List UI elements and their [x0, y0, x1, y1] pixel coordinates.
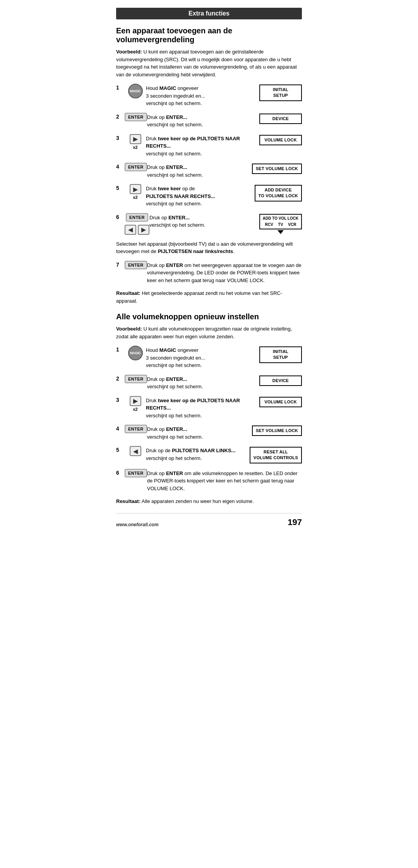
s2-step-1-icon: MAGIC [125, 346, 146, 360]
arrow-left-icon: ◀ [125, 225, 136, 235]
step-1-display: INITIALSETUP [252, 84, 302, 101]
section2-intro: Voorbeeld: U kunt alle volumeknoppen ter… [116, 325, 302, 340]
magic-button-icon: MAGIC [128, 346, 143, 360]
s2-step-5-icon: ◀ [125, 446, 146, 456]
s2-step-4-num: 4 [116, 425, 125, 432]
step-7: 7 ENTER Druk op ENTER om het weergegeven… [116, 261, 302, 284]
s2-step-3-display: VOLUME LOCK [252, 396, 302, 407]
step-3-display: VOLUME LOCK [252, 134, 302, 145]
s2-step-6-num: 6 [116, 469, 125, 476]
s2-step-4: 4 ENTER Druk op ENTER...verschijnt op he… [116, 425, 302, 441]
s2-step-6-desc: Druk op ENTER om alle volumeknoppen te r… [147, 469, 302, 493]
step-3: 3 ▶ x2 Druk twee keer op de PIJLTOETS NA… [116, 134, 302, 158]
s2-step-6: 6 ENTER Druk op ENTER om alle volumeknop… [116, 469, 302, 493]
s2-step-6-icon: ENTER [125, 469, 147, 477]
step-5-icon: ▶ x2 [125, 184, 146, 200]
step-7-icon: ENTER [125, 261, 147, 269]
s2-step-5-display: RESET ALLVOLUME CONTROLS [250, 446, 302, 463]
enter-button-icon: ENTER [125, 469, 147, 477]
magic-button-icon: MAGIC [128, 84, 143, 98]
enter-button-icon: ENTER [125, 375, 147, 383]
s2-step-4-desc: Druk op ENTER...verschijnt op het scherm… [147, 425, 252, 441]
footer-url: www.oneforall.com [116, 522, 159, 527]
footer-page: 197 [288, 517, 302, 527]
footer: www.oneforall.com 197 [116, 513, 302, 527]
s2-step-5: 5 ◀ Druk op de PIJLTOETS NAAR LINKS...ve… [116, 446, 302, 463]
step-5-num: 5 [116, 184, 125, 191]
step-1-desc: Houd MAGIC ongeveer3 seconden ingedrukt … [146, 84, 252, 107]
s2-step-2-desc: Druk op ENTER...verschijnt op het scherm… [147, 375, 252, 391]
s2-step-5-desc: Druk op de PIJLTOETS NAAR LINKS...versch… [146, 446, 250, 462]
step-3-icon: ▶ x2 [125, 134, 146, 150]
s2-step-2: 2 ENTER Druk op ENTER...verschijnt op he… [116, 375, 302, 391]
step-4-num: 4 [116, 163, 125, 170]
s2-step-3-desc: Druk twee keer op de PIJLTOETS NAAR RECH… [146, 396, 252, 420]
s2-step-1-num: 1 [116, 346, 125, 353]
page-header: Extra functies [116, 8, 302, 19]
step-4-display: SET VOLUME LOCK [252, 163, 302, 174]
step-7-num: 7 [116, 261, 125, 268]
step-4: 4 ENTER Druk op ENTER...verschijnt op he… [116, 163, 302, 179]
s2-step-3-icon: ▶ x2 [125, 396, 146, 412]
enter-button-icon: ENTER [125, 163, 147, 171]
section2-result: Resultaat: Alle apparaten zenden nu weer… [116, 498, 302, 505]
s2-step-1-display: INITIALSETUP [252, 346, 302, 363]
step-1: 1 MAGIC Houd MAGIC ongeveer3 seconden in… [116, 84, 302, 107]
enter-button-icon: ENTER [125, 261, 147, 269]
s2-step-3: 3 ▶ x2 Druk twee keer op de PIJLTOETS NA… [116, 396, 302, 420]
step-6-display: ADD TO VOL LOCK RCV TV VCR [252, 213, 302, 234]
arrow-right-icon: ▶ [130, 184, 141, 194]
section1-result: Resultaat: Het geselecteerde apparaat ze… [116, 289, 302, 305]
enter-button-icon: ENTER [126, 213, 148, 222]
step-6-num: 6 [116, 213, 125, 220]
section1-intro: Voorbeeld: U kunt een apparaat toevoegen… [116, 48, 302, 78]
step-5: 5 ▶ x2 Druk twee keer op dePIJLTOETS NAA… [116, 184, 302, 208]
arrow-right-icon: ▶ [130, 134, 141, 144]
enter-button-icon: ENTER [125, 113, 147, 121]
step-4-icon: ENTER [125, 163, 147, 171]
step-2-display: DEVICE [252, 113, 302, 124]
s2-step-2-icon: ENTER [125, 375, 147, 383]
select-text: Selecteer het apparaat (bijvoorbeeld TV)… [116, 240, 302, 255]
step-5-display: ADD DEVICETO VOLUME LOCK [252, 184, 302, 202]
step-2: 2 ENTER Druk op ENTER...verschijnt op he… [116, 113, 302, 129]
step-5-desc: Druk twee keer op dePIJLTOETS NAAR RECHT… [146, 184, 252, 208]
section1-title: Een apparaat toevoegen aan de volumeverg… [116, 26, 302, 44]
step-4-desc: Druk op ENTER...verschijnt op het scherm… [147, 163, 252, 179]
step-1-icon: MAGIC [125, 84, 146, 98]
step-1-num: 1 [116, 84, 125, 91]
step-6-desc: Druk op ENTER...verschijnt op het scherm… [149, 213, 252, 229]
step-3-desc: Druk twee keer op de PIJLTOETS NAAR RECH… [146, 134, 252, 158]
s2-step-1: 1 MAGIC Houd MAGIC ongeveer3 seconden in… [116, 346, 302, 369]
step-3-num: 3 [116, 134, 125, 141]
arrow-left-icon: ◀ [130, 446, 141, 456]
section2-title: Alle volumeknoppen opnieuw instellen [116, 312, 302, 321]
arrow-right-icon: ▶ [138, 225, 149, 235]
s2-step-1-desc: Houd MAGIC ongeveer3 seconden ingedrukt … [146, 346, 252, 369]
s2-step-2-display: DEVICE [252, 375, 302, 386]
s2-step-3-num: 3 [116, 396, 125, 403]
s2-step-5-num: 5 [116, 446, 125, 453]
s2-step-4-display: SET VOLUME LOCK [252, 425, 302, 436]
s2-step-4-icon: ENTER [125, 425, 147, 433]
step-2-num: 2 [116, 113, 125, 120]
step-2-desc: Druk op ENTER...verschijnt op het scherm… [147, 113, 252, 129]
enter-button-icon: ENTER [125, 425, 147, 433]
step-6: 6 ENTER ◀ ▶ Druk op ENTER...verschijnt o… [116, 213, 302, 235]
step-7-desc: Druk op ENTER om het weergegeven apparaa… [147, 261, 302, 284]
step-6-icon: ENTER ◀ ▶ [125, 213, 149, 235]
step-2-icon: ENTER [125, 113, 147, 121]
s2-step-2-num: 2 [116, 375, 125, 382]
arrow-right-icon: ▶ [130, 396, 141, 406]
